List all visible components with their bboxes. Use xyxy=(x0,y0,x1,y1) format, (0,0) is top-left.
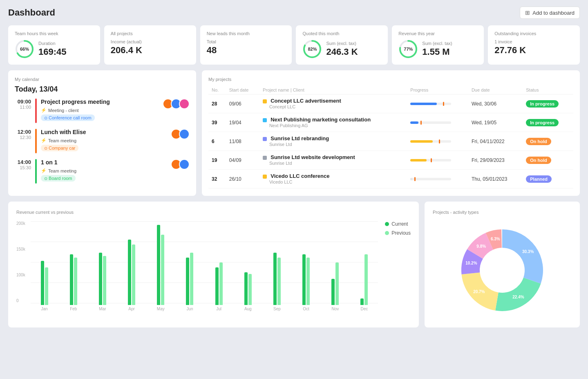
bar-chart: 200k150k100k0 Jan Feb Mar Apr May xyxy=(16,221,411,319)
table-row: 39 19/04 Next Publishing marketing consu… xyxy=(208,113,573,132)
bar-month-label: Mar xyxy=(99,307,106,311)
revenue-chart-card: Revenue current vs previous 200k150k100k… xyxy=(8,202,419,327)
kpi-card-2: New leads this monthTotal48 xyxy=(200,25,292,65)
event-title: Project progress meeting xyxy=(41,99,159,105)
legend-dot xyxy=(385,222,389,226)
progress-marker xyxy=(439,139,440,144)
add-dashboard-button[interactable]: ⊞ Add to dashboard xyxy=(520,7,580,19)
project-start: 04/09 xyxy=(226,151,259,170)
progress-bar xyxy=(410,140,451,143)
projects-table: No.Start dateProject name | ClientProgre… xyxy=(208,86,573,188)
project-status: In progress xyxy=(523,113,573,132)
bar-group: Aug xyxy=(234,223,262,311)
project-name[interactable]: Vicedo LLC conference xyxy=(271,173,329,179)
project-progress xyxy=(407,170,468,188)
event-start-time: 09:00 xyxy=(18,99,31,105)
pie-label: 30.3% xyxy=(522,249,534,254)
donut-pct: 77% xyxy=(404,47,413,52)
projects-label: My projects xyxy=(208,77,573,82)
project-client: Vicedo LLC xyxy=(269,179,293,184)
kpi-label: Quoted this month xyxy=(302,31,381,36)
bar-current xyxy=(128,240,131,305)
project-name-cell: Vicedo LLC conference Vicedo LLC xyxy=(259,170,407,188)
project-name[interactable]: Concept LLC advertisement xyxy=(271,98,341,104)
bar-group: Sep xyxy=(263,223,291,311)
project-start: 19/04 xyxy=(226,113,259,132)
project-due: Fri, 29/09/2023 xyxy=(468,151,523,170)
bar-current xyxy=(41,261,44,305)
bar-previous xyxy=(306,258,310,305)
progress-marker xyxy=(414,177,416,181)
event-start-time: 12:00 xyxy=(18,129,31,135)
progress-fill xyxy=(410,121,418,124)
bar-previous xyxy=(74,258,77,305)
table-row: 28 09/06 Concept LLC advertisement Conce… xyxy=(208,94,573,113)
project-no: 39 xyxy=(208,113,226,132)
progress-bar xyxy=(410,121,451,124)
bar-group: Jul xyxy=(205,223,233,311)
plus-icon: ⊞ xyxy=(525,9,530,16)
projects-col-header: Project name | Client xyxy=(259,86,407,94)
bar-group: Nov xyxy=(322,223,349,311)
bars-container: Jan Feb Mar Apr May Jun xyxy=(31,229,378,311)
bar-month-label: Dec xyxy=(361,307,368,311)
table-row: 32 26/10 Vicedo LLC conference Vicedo LL… xyxy=(208,170,573,188)
bar-previous xyxy=(277,258,281,305)
middle-row: My calendar Today, 13/04 09:00 11:00 Pro… xyxy=(8,70,580,196)
project-start: 26/10 xyxy=(226,170,259,188)
project-name-cell: Next Publishing marketing consultation N… xyxy=(259,113,407,132)
project-no: 32 xyxy=(208,170,226,188)
project-due: Thu, 05/01/2023 xyxy=(468,170,523,188)
project-due: Fri, 04/11/2022 xyxy=(468,132,523,151)
kpi-row: Team hours this week 66% Duration169:45A… xyxy=(8,25,580,65)
project-dot xyxy=(263,156,267,160)
page-title: Dashboard xyxy=(8,7,55,18)
event-tag: ⚡ Meeting - client xyxy=(41,108,79,113)
bar-previous xyxy=(132,244,135,305)
bar-month-label: May xyxy=(157,307,165,311)
progress-marker xyxy=(443,102,444,106)
donut-pct: 66% xyxy=(20,47,29,52)
event-bar xyxy=(35,129,37,153)
status-badge: On hold xyxy=(526,157,551,164)
project-client: Sunrise Ltd xyxy=(269,161,292,166)
pie-label: 10.2% xyxy=(465,261,477,265)
pie-chart-container: 30.3%22.4%20.7%10.2%9.8%6.3% xyxy=(433,221,572,319)
kpi-label: Revenue this year xyxy=(398,31,477,36)
kpi-label: New leads this month xyxy=(207,31,286,36)
bar-current xyxy=(186,258,189,305)
bar-group: Mar xyxy=(89,223,116,311)
bar-month-label: Feb xyxy=(70,307,77,311)
progress-marker xyxy=(420,121,422,125)
progress-fill xyxy=(410,178,412,180)
project-no: 19 xyxy=(208,151,226,170)
avatar-group xyxy=(171,129,190,139)
table-row: 19 04/09 Sunrise Ltd website development… xyxy=(208,151,573,170)
bar-group: Jun xyxy=(176,223,203,311)
project-status: On hold xyxy=(523,151,573,170)
event-end-time: 12:30 xyxy=(20,135,31,140)
pie-chart-card: Projects - activity types 30.3%22.4%20.7… xyxy=(425,202,580,327)
avatar-group xyxy=(171,159,190,170)
bar-current xyxy=(157,225,160,305)
project-name[interactable]: Sunrise Ltd rebranding xyxy=(271,135,329,141)
event-badge: ⊙ Company car xyxy=(41,145,78,151)
calendar-label: My calendar xyxy=(15,77,190,82)
status-badge: In progress xyxy=(526,100,559,108)
bar-previous xyxy=(190,253,193,305)
kpi-label: Team hours this week xyxy=(15,31,94,36)
calendar-card: My calendar Today, 13/04 09:00 11:00 Pro… xyxy=(8,70,196,196)
project-name[interactable]: Sunrise Ltd website development xyxy=(271,154,355,160)
bar-group: Dec xyxy=(351,223,378,311)
y-axis: 200k150k100k0 xyxy=(16,221,29,303)
status-badge: On hold xyxy=(526,138,551,145)
event-end-time: 11:00 xyxy=(20,105,31,110)
project-name[interactable]: Next Publishing marketing consultation xyxy=(271,117,371,123)
project-status: On hold xyxy=(523,132,573,151)
project-client: Sunrise Ltd xyxy=(269,142,292,147)
kpi-card-3: Quoted this month 82% Sum (excl. tax)246… xyxy=(296,25,388,65)
bar-month-label: Jan xyxy=(41,307,48,311)
bar-previous xyxy=(219,262,223,305)
projects-col-header: Status xyxy=(523,86,573,94)
bar-month-label: Aug xyxy=(244,307,252,311)
